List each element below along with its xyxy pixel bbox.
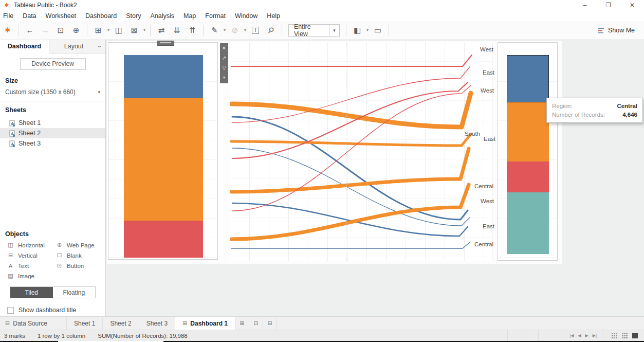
new-dashboard-tab-button[interactable]: ⊡ <box>249 317 263 330</box>
show-dashboard-title-option[interactable]: Show dashboard title <box>7 307 105 314</box>
object-web-page[interactable]: ⊕Web Page <box>56 242 105 248</box>
bar-segment-orange[interactable] <box>124 98 203 221</box>
floating-button[interactable]: Floating <box>53 287 96 298</box>
show-hide-cards-caret-icon[interactable]: ▾ <box>365 28 370 32</box>
sankey-line-red[interactable] <box>231 55 472 66</box>
object-label: Text <box>18 263 29 269</box>
sheet-list-item-1[interactable]: Sheet 1 <box>0 118 105 128</box>
nav-next-icon[interactable]: ▶ <box>585 333 588 338</box>
right-stacked-bar[interactable] <box>507 55 549 254</box>
menu-dashboard[interactable]: Dashboard <box>81 11 121 21</box>
sankey-line-blue[interactable] <box>232 148 470 226</box>
object-horizontal[interactable]: ◫Horizontal <box>7 242 56 248</box>
clear-sheet-caret-icon[interactable]: ▾ <box>142 28 147 32</box>
menu-file[interactable]: File <box>0 11 18 21</box>
divider <box>0 101 105 101</box>
undo-icon[interactable]: ← <box>22 24 38 37</box>
size-dropdown[interactable]: Custom size (1350 x 660) ▾ <box>5 88 100 96</box>
sort-descending-icon[interactable]: ⇈ <box>185 24 200 37</box>
show-me-button[interactable]: Show Me <box>598 27 635 34</box>
save-icon[interactable]: ⊡ <box>53 24 68 37</box>
restore-button[interactable]: ❐ <box>597 0 620 10</box>
menu-help[interactable]: Help <box>262 11 285 21</box>
sankey-chart-zone[interactable]: WestEastWestSouthEastCentralWestEastCent… <box>230 42 492 261</box>
bar-segment-teal[interactable] <box>507 192 549 254</box>
object-blank[interactable]: ☐Blank <box>56 252 105 259</box>
bar-segment-orange[interactable] <box>507 102 549 161</box>
redo-icon[interactable]: → <box>38 24 53 37</box>
sankey-line-blue[interactable] <box>231 242 470 248</box>
fit-view-caret-icon[interactable]: ▾ <box>329 25 339 36</box>
new-story-tab-button[interactable]: ⊟ <box>263 317 277 330</box>
zone-go-to-sheet-icon[interactable]: ↗ <box>220 53 228 63</box>
device-preview-button[interactable]: Device Preview <box>20 58 86 70</box>
sheet-list-item-3[interactable]: Sheet 3 <box>0 138 105 149</box>
new-worksheet-icon[interactable]: ⊞ <box>90 24 106 37</box>
data-source-tab[interactable]: ⊟ Data Source <box>0 317 67 330</box>
highlight-icon[interactable]: ✎ <box>207 24 222 37</box>
clear-sheet-icon[interactable]: ⊠ <box>126 24 142 37</box>
tiled-button[interactable]: Tiled <box>10 287 53 298</box>
right-bar-chart-zone[interactable] <box>498 42 558 261</box>
status-cell <box>507 330 523 341</box>
menu-worksheet[interactable]: Worksheet <box>41 11 81 21</box>
nav-prev-icon[interactable]: ◀ <box>578 333 581 338</box>
swap-rows-columns-icon[interactable]: ⇄ <box>154 24 169 37</box>
object-button[interactable]: ⊡Button <box>56 262 105 269</box>
tab-dashboard[interactable]: Dashboard <box>0 40 49 53</box>
left-stacked-bar[interactable] <box>124 55 203 258</box>
nav-first-icon[interactable]: |◀ <box>569 333 574 338</box>
zone-more-options-icon[interactable]: ▾ <box>220 73 228 82</box>
view-rows-icon[interactable] <box>622 333 628 338</box>
view-full-icon[interactable] <box>632 333 638 338</box>
close-button[interactable]: ✕ <box>620 0 644 10</box>
sheet-list-item-2[interactable]: Sheet 2 <box>0 128 105 138</box>
format-caret-icon[interactable]: ▾ <box>243 28 248 32</box>
view-grid-icon[interactable] <box>612 333 617 338</box>
object-vertical[interactable]: ⊟Vertical <box>7 252 56 259</box>
nav-last-icon[interactable]: ▶| <box>593 333 597 338</box>
menu-map[interactable]: Map <box>179 11 200 21</box>
fit-view-select[interactable]: Entire View ▾ <box>288 24 340 37</box>
format-icon[interactable]: ⊘ <box>227 24 243 37</box>
new-worksheet-caret-icon[interactable]: ▾ <box>106 28 111 32</box>
menu-story[interactable]: Story <box>121 11 145 21</box>
zone-remove-icon[interactable]: ✕ <box>220 43 228 53</box>
object-image[interactable]: ▤Image <box>7 273 56 279</box>
bar-segment-blue[interactable] <box>507 55 549 102</box>
pane-options-icon[interactable]: ▪▪ <box>98 40 105 53</box>
toolbar-separator <box>389 25 389 36</box>
sankey-line-red[interactable] <box>232 82 468 158</box>
zone-use-as-filter-icon[interactable]: ▽ <box>220 63 228 73</box>
tab-sheet-3[interactable]: Sheet 3 <box>139 317 175 330</box>
bar-segment-red[interactable] <box>124 221 203 258</box>
tab-sheet-2[interactable]: Sheet 2 <box>103 317 139 330</box>
left-bar-chart-zone[interactable]: ✕ ↗ ▽ ▾ <box>108 42 218 260</box>
tab-dashboard-1[interactable]: ⊞ Dashboard 1 <box>175 317 235 330</box>
show-hide-cards-icon[interactable]: ◧ <box>349 24 365 37</box>
bar-segment-red[interactable] <box>507 161 549 192</box>
show-mark-labels-icon[interactable]: T <box>252 27 259 34</box>
menu-data[interactable]: Data <box>18 11 41 21</box>
fix-axes-pin-icon[interactable]: ⚲ <box>261 21 281 40</box>
new-data-source-icon[interactable]: ⊕ <box>68 24 84 37</box>
tab-sheet-1[interactable]: Sheet 1 <box>67 317 103 330</box>
menu-window[interactable]: Window <box>230 11 262 21</box>
tab-layout[interactable]: Layout <box>49 40 98 53</box>
new-worksheet-tab-button[interactable]: ⊞ <box>235 317 249 330</box>
highlight-caret-icon[interactable]: ▾ <box>222 28 227 32</box>
bar-segment-blue[interactable] <box>124 55 203 98</box>
minimize-button[interactable]: – <box>573 0 597 10</box>
menu-format[interactable]: Format <box>200 11 230 21</box>
sankey-line-orange[interactable] <box>231 134 471 146</box>
show-dashboard-title-checkbox[interactable] <box>7 307 14 314</box>
tab-label: Sheet 3 <box>146 320 168 327</box>
duplicate-icon[interactable]: ◫ <box>111 24 126 37</box>
show-dashboard-title-label: Show dashboard title <box>19 307 76 314</box>
tableau-home-icon[interactable]: ✱ <box>0 24 15 37</box>
sort-ascending-icon[interactable]: ⇊ <box>169 24 185 37</box>
zone-drag-handle[interactable] <box>157 41 174 46</box>
object-text[interactable]: AText <box>7 262 56 269</box>
presentation-mode-icon[interactable]: ▭ <box>370 24 385 37</box>
menu-analysis[interactable]: Analysis <box>145 11 179 21</box>
